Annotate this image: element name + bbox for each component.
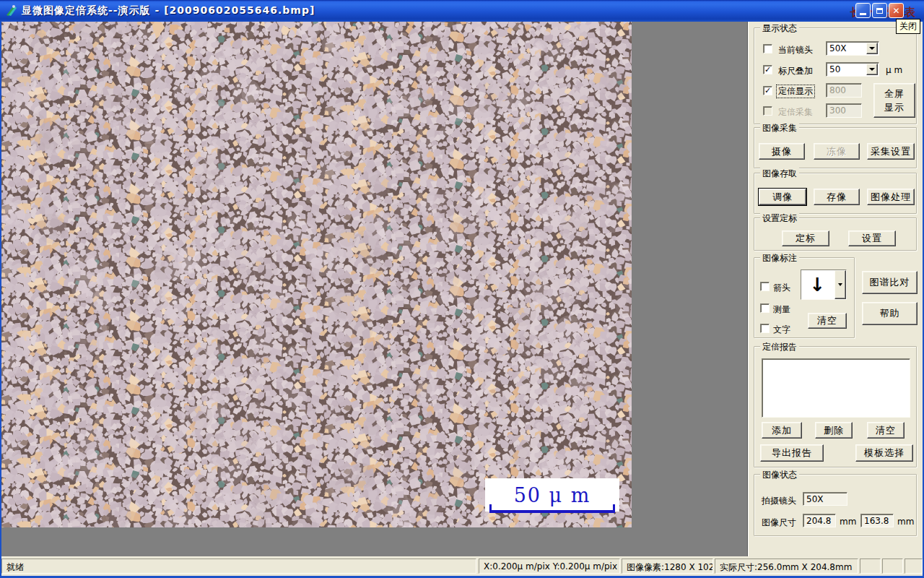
- arrow-style-select[interactable]: ↓: [801, 269, 847, 300]
- group-storage: 图像存取 调像 存像 图像处理: [754, 173, 917, 214]
- window-border-left: [0, 22, 1, 576]
- measure-checkbox[interactable]: [760, 303, 770, 313]
- report-add-button[interactable]: 添加: [762, 422, 802, 439]
- template-select-button[interactable]: 模板选择: [855, 444, 913, 462]
- group-calibration: 设置定标 定标 设置: [754, 217, 917, 251]
- restore-icon: [876, 8, 883, 14]
- status-image-pixels: 图像像素:1280 X 1024: [622, 558, 713, 574]
- help-button[interactable]: 帮助: [862, 302, 918, 325]
- report-clear-button[interactable]: 清空: [867, 422, 905, 439]
- calibrate-button[interactable]: 定标: [782, 230, 829, 246]
- status-actual-size: 实际尺寸:256.0mm X 204.8mm: [715, 558, 858, 574]
- save-image-button[interactable]: 存像: [814, 189, 860, 205]
- control-panel: 显示状态 当前镜头 50X ✓ 标尺叠加 50 μ m ✓ 定倍显示 800 定…: [748, 22, 923, 556]
- restore-button[interactable]: [872, 3, 887, 18]
- chevron-down-icon[interactable]: [866, 43, 878, 54]
- report-list[interactable]: [762, 358, 910, 418]
- status-extra-2: [882, 558, 903, 574]
- close-button[interactable]: ✕: [889, 3, 904, 18]
- ruler-unit-label: μ m: [886, 65, 902, 75]
- minimize-button[interactable]: [855, 3, 871, 18]
- current-lens-value: 50X: [829, 43, 847, 53]
- chevron-down-icon[interactable]: [834, 270, 846, 299]
- group-title: 图像存取: [760, 168, 799, 180]
- capture-lens-label: 拍摄镜头: [762, 495, 796, 507]
- calibration-settings-button[interactable]: 设置: [848, 230, 896, 246]
- group-annotation: 图像标注 箭头 ↓ 测量 清空 文字: [754, 257, 855, 338]
- fixed-capture-input: 300: [826, 103, 862, 118]
- group-title: 图像标注: [760, 252, 799, 264]
- ruler-overlay-label: 标尺叠加: [778, 65, 813, 77]
- ruler-overlay-checkbox[interactable]: ✓: [763, 65, 772, 74]
- status-extra-1: [860, 558, 881, 574]
- group-report: 定倍报告 添加 删除 清空 导出报告 模板选择: [754, 346, 917, 467]
- group-title: 设置定标: [760, 212, 799, 225]
- group-title: 定倍报告: [760, 341, 799, 353]
- image-process-button[interactable]: 图像处理: [867, 189, 915, 205]
- acquisition-settings-button[interactable]: 采集设置: [867, 143, 915, 160]
- window-title: 显微图像定倍系统--演示版 - [20090602055646.bmp]: [22, 4, 315, 17]
- app-icon: [5, 4, 17, 17]
- fixed-display-checkbox[interactable]: ✓: [763, 86, 772, 95]
- load-image-button[interactable]: 调像: [759, 189, 806, 205]
- capture-lens-value: 50X: [803, 492, 847, 506]
- fixed-display-input[interactable]: 800: [826, 83, 862, 98]
- status-bar: 就绪 X:0.200μ m/pix Y:0.200μ m/pix 图像像素:12…: [1, 556, 923, 576]
- atlas-compare-button[interactable]: 图谱比对: [862, 271, 918, 294]
- report-delete-button[interactable]: 删除: [815, 422, 853, 439]
- close-icon: ✕: [892, 7, 899, 15]
- fullscreen-line1: 全屏: [884, 87, 905, 101]
- group-acquisition: 图像采集 摄像 冻像 采集设置: [754, 127, 917, 168]
- status-pixel-scale: X:0.200μ m/pix Y:0.200μ m/pix: [479, 558, 620, 574]
- height-unit-label: mm: [897, 517, 914, 527]
- current-lens-select[interactable]: 50X: [826, 41, 879, 56]
- group-display-status: 显示状态 当前镜头 50X ✓ 标尺叠加 50 μ m ✓ 定倍显示 800 定…: [754, 27, 917, 124]
- check-icon: ✓: [764, 87, 771, 95]
- current-lens-label: 当前镜头: [778, 44, 813, 56]
- image-height-value: 163.8: [860, 514, 894, 527]
- group-title: 图像状态: [760, 469, 799, 481]
- fixed-capture-label: 定倍采集: [778, 106, 813, 118]
- scale-bar-label: 50 μ m: [514, 484, 591, 506]
- minimize-icon: [860, 13, 866, 15]
- ruler-overlay-value: 50: [829, 64, 840, 74]
- status-ready: 就绪: [1, 558, 476, 574]
- width-unit-label: mm: [840, 517, 856, 527]
- app-window: 显微图像定倍系统--演示版 - [20090602055646.bmp] 长沙仪…: [0, 0, 924, 578]
- micro-image[interactable]: [1, 22, 632, 527]
- image-workspace: 50 μ m: [1, 22, 748, 556]
- check-icon: ✓: [764, 66, 771, 74]
- group-title: 图像采集: [760, 122, 799, 134]
- annotation-clear-button[interactable]: 清空: [808, 313, 847, 329]
- capture-button[interactable]: 摄像: [759, 143, 805, 160]
- current-lens-checkbox[interactable]: [763, 44, 772, 53]
- group-image-status: 图像状态 拍摄镜头 50X 图像尺寸 204.8 mm 163.8 mm: [754, 474, 917, 536]
- fullscreen-line2: 显示: [884, 100, 905, 115]
- title-bar[interactable]: 显微图像定倍系统--演示版 - [20090602055646.bmp] 长沙仪…: [0, 0, 924, 22]
- arrow-down-icon: ↓: [801, 270, 834, 299]
- fixed-display-label: 定倍显示: [776, 85, 815, 98]
- image-size-label: 图像尺寸: [762, 517, 796, 529]
- export-report-button[interactable]: 导出报告: [760, 444, 824, 462]
- fixed-capture-checkbox: [763, 106, 772, 116]
- measure-label: 测量: [773, 303, 790, 316]
- fullscreen-button[interactable]: 全屏 显示: [873, 83, 915, 118]
- text-checkbox[interactable]: [760, 324, 770, 333]
- close-tooltip: 关闭: [896, 19, 920, 34]
- group-title: 显示状态: [760, 22, 799, 35]
- text-label: 文字: [773, 324, 790, 336]
- freeze-button: 冻像: [814, 143, 860, 160]
- arrow-label: 箭头: [773, 282, 790, 294]
- arrow-checkbox[interactable]: [760, 282, 770, 291]
- scale-bar-line: [489, 504, 615, 513]
- ruler-overlay-select[interactable]: 50: [826, 62, 879, 77]
- status-extra-3: [905, 558, 923, 574]
- image-width-value: 204.8: [803, 514, 836, 527]
- chevron-down-icon[interactable]: [866, 64, 878, 75]
